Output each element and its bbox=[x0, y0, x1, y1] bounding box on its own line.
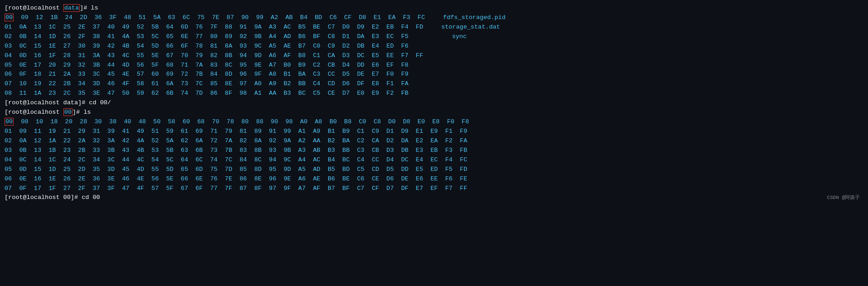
ls2-row-5: 05 0D 15 1D 25 2D 35 3D 45 4D 55 5D 65 6… bbox=[5, 165, 863, 175]
watermark: CSDN @阿孩子 bbox=[827, 194, 860, 202]
ls1-row-3: 03 0C 15 1E 27 30 39 42 4B 54 5D 66 6F 7… bbox=[5, 42, 863, 51]
ls1-row-0: 00 09 12 1B 24 2D 36 3F 48 51 5A 63 6C 7… bbox=[5, 13, 863, 23]
prompt-cd-00: [root@localhost data]# cd 00/ bbox=[5, 98, 863, 108]
ls2-row-2: 02 0A 12 1A 22 2A 32 3A 42 4A 52 5A 62 6… bbox=[5, 136, 863, 146]
ls2-row-4: 04 0C 14 1C 24 2C 34 3C 44 4C 54 5C 64 6… bbox=[5, 155, 863, 165]
hex-00-highlight: 00 bbox=[5, 14, 14, 21]
terminal: [root@localhost data]# ls 00 09 12 1B 24… bbox=[5, 4, 863, 203]
ls2-row-0: 00 08 10 18 20 28 30 38 40 48 50 58 60 6… bbox=[5, 117, 863, 127]
hex-00-highlight-2: 00 bbox=[5, 118, 14, 126]
ls1-row-1: 01 0A 13 1C 25 2E 37 40 49 52 5B 64 6D 7… bbox=[5, 23, 863, 32]
ls2-row-1: 01 09 11 19 21 29 31 39 41 49 51 59 61 6… bbox=[5, 127, 863, 136]
ls1-row-6: 06 0F 18 21 2A 33 3C 45 4E 57 60 69 72 7… bbox=[5, 70, 863, 79]
prompt-line-1: [root@localhost data]# ls bbox=[5, 4, 863, 13]
prompt-cd-final: [root@localhost 00]# cd 00 bbox=[5, 193, 863, 203]
path-highlight-data: data bbox=[63, 4, 80, 12]
prompt-4: [root@localhost 00]# cd 00 bbox=[5, 194, 100, 201]
file-storage-stat: storage_stat.dat bbox=[441, 24, 500, 30]
ls2-row-3: 03 0B 13 1B 23 2B 33 3B 43 4B 53 5B 63 6… bbox=[5, 146, 863, 155]
ls1-row-4: 04 0D 16 1F 28 31 3A 43 4C 55 5E 67 70 7… bbox=[5, 51, 863, 61]
ls2-row-6: 06 0E 16 1E 26 2E 36 3E 46 4E 56 5E 66 6… bbox=[5, 175, 863, 184]
ls1-row-2: 02 0B 14 1D 26 2F 38 41 4A 53 5C 65 6E 7… bbox=[5, 32, 863, 42]
file-sync: sync bbox=[452, 33, 466, 40]
ls1-row-8: 08 11 1A 23 2C 35 3E 47 50 59 62 6B 74 7… bbox=[5, 89, 863, 98]
prompt-ls-00: [root@localhost 00]# ls bbox=[5, 108, 863, 117]
prompt-2: [root@localhost data]# cd 00/ bbox=[5, 99, 111, 106]
prompt-1: [root@localhost data]# ls bbox=[5, 4, 98, 12]
path-highlight-00: 00 bbox=[63, 108, 73, 116]
ls1-row-5: 05 0E 17 20 29 32 3B 44 4D 56 5F 68 71 7… bbox=[5, 61, 863, 70]
file-fdfs: fdfs_storaged.pid bbox=[443, 14, 506, 21]
ls1-row-7: 07 10 19 22 2B 34 3D 46 4F 58 61 6A 73 7… bbox=[5, 79, 863, 89]
ls2-row-7: 07 0F 17 1F 27 2F 37 3F 47 4F 57 5F 67 6… bbox=[5, 184, 863, 194]
prompt-3: [root@localhost 00]# ls bbox=[5, 108, 91, 116]
